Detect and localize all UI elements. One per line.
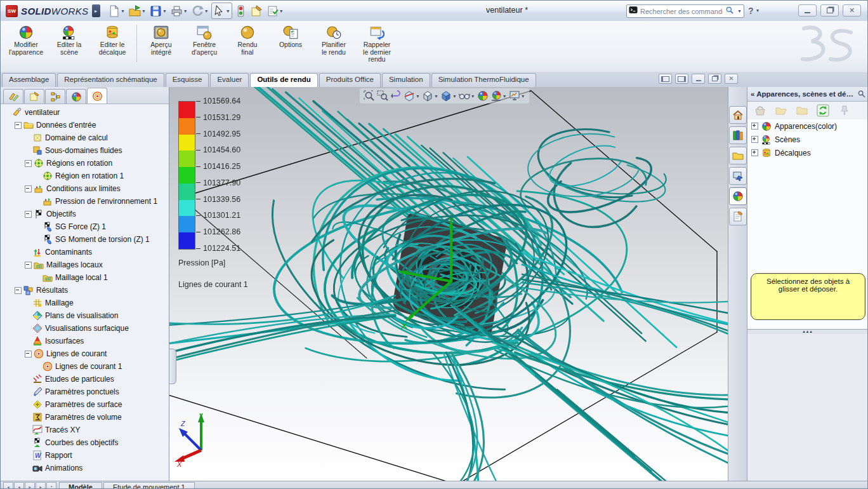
help-button[interactable]: ?▼ [748, 4, 760, 17]
ribbon-button-editerle-dcalque[interactable]: Editer le décalque [91, 23, 134, 56]
motion-nav-button[interactable]: ▸ [25, 482, 35, 489]
collapse-expander-icon[interactable] [15, 122, 22, 129]
tree-item-r-gion-en-rotation-1[interactable]: Région en rotation 1 [1, 170, 169, 182]
ribbon-button-rappeler-ledernier-rendu[interactable]: Rappeler le dernier rendu [355, 23, 398, 64]
tree-item-animations[interactable]: Animations [1, 462, 169, 474]
tree-item-lignes-de-courant[interactable]: Lignes de courant [1, 347, 169, 360]
tree-item-sg-force-z-1[interactable]: SG Force (Z) 1 [1, 220, 169, 233]
hud-apply-scene-button[interactable]: ▼ [490, 90, 507, 102]
task-pane-header[interactable]: « Apparences, scènes et dé… [747, 87, 868, 102]
tree-item-r-sultats[interactable]: Résultats [1, 284, 169, 297]
manager-tab-propertymanager[interactable] [24, 89, 44, 104]
minimize-button[interactable] [798, 4, 817, 17]
dropdown-caret-icon[interactable]: ▼ [434, 94, 438, 98]
hud-hide-show-items-button[interactable]: ▼ [459, 90, 475, 102]
tree-item-ventilateur[interactable]: ventilateur [1, 106, 169, 119]
motion-nav-button[interactable]: ◂ [3, 482, 13, 489]
taskpane-item-apparences-color-[interactable]: Apparences(color) [747, 119, 868, 133]
dropdown-caret-icon[interactable]: ▼ [503, 94, 507, 98]
tree-item-domaine-de-calcul[interactable]: Domaine de calcul [1, 131, 169, 144]
pane-right-button[interactable] [675, 74, 688, 84]
doc-close-button[interactable]: ✕ [725, 74, 738, 84]
ribbon-button-aperu-intgr[interactable]: Aperçu intégré [140, 23, 183, 56]
task-strip-design-library-button[interactable] [729, 147, 747, 164]
tree-item-conditions-aux-limites[interactable]: Conditions aux limites [1, 182, 169, 195]
tree-item-donn-es-d-entr-e[interactable]: Données d'entrée [1, 119, 169, 131]
tree-item-rapport[interactable]: WRapport [1, 449, 169, 462]
tab-evaluer[interactable]: Evaluer [210, 73, 249, 87]
tree-item-r-gions-en-rotation[interactable]: Régions en rotation [1, 157, 169, 170]
tree-item-param-tres-de-volume[interactable]: Paramètres de volume [1, 411, 169, 424]
bottom-tab-mod-le[interactable]: Modèle [59, 482, 102, 489]
tab-esquisse[interactable]: Esquisse [166, 73, 209, 87]
task-strip-appearances-scenes-button[interactable] [729, 187, 747, 205]
motion-nav-button[interactable]: ▸ [36, 482, 46, 489]
collapse-expander-icon[interactable] [25, 211, 32, 218]
dropdown-caret-icon[interactable]: ▼ [471, 94, 475, 98]
hud-zoom-area-button[interactable] [377, 90, 388, 102]
tree-item-isosurfaces[interactable]: Isosurfaces [1, 335, 169, 347]
expand-plus-icon[interactable] [751, 136, 758, 143]
taskpane-refresh-button[interactable] [817, 104, 829, 117]
tree-item-param-tres-de-surface[interactable]: Paramètres de surface [1, 398, 169, 411]
manager-tab-flow-simulation[interactable] [87, 88, 107, 104]
dropdown-caret-icon[interactable]: ▼ [452, 94, 457, 98]
tree-item-sous-domaines-fluides[interactable]: Sous-domaines fluides [1, 144, 169, 157]
new-document-button[interactable]: ▼ [107, 3, 126, 18]
tree-item-lignes-de-courant-1[interactable]: Lignes de courant 1 [1, 360, 169, 373]
tree-item-maillage-local-1[interactable]: Maillage local 1 [1, 271, 169, 284]
task-strip-custom-properties-button[interactable] [729, 208, 747, 225]
task-strip-home-button[interactable] [729, 106, 747, 124]
tab-simulation-thermofluidique[interactable]: Simulation ThermoFluidique [431, 73, 536, 87]
collapse-expander-icon[interactable] [15, 287, 22, 294]
collapse-expander-icon[interactable] [25, 160, 32, 167]
search-icon[interactable] [725, 6, 734, 17]
task-strip-solidworks-resources-button[interactable] [729, 126, 747, 144]
search-caret-icon[interactable]: ▼ [737, 9, 742, 13]
ribbon-button-fentre-daperu[interactable]: Fenêtre d'aperçu [183, 23, 226, 56]
tree-item-maillages-locaux[interactable]: Maillages locaux [1, 258, 169, 271]
tab-simulation[interactable]: Simulation [382, 73, 430, 87]
tree-item-maillage[interactable]: Maillage [1, 297, 169, 309]
ribbon-button-planifier-lerendu[interactable]: Planifier le rendu [312, 23, 355, 56]
dropdown-caret-icon[interactable]: ▼ [141, 9, 146, 13]
tree-item-trac-s-xy[interactable]: Tracés XY [1, 424, 169, 436]
pin-icon[interactable] [857, 90, 865, 99]
close-button[interactable]: ✕ [843, 4, 861, 17]
command-search[interactable]: Rechercher des commandes ▼ [626, 4, 744, 18]
pane-left-button[interactable] [659, 74, 672, 84]
ribbon-button-options[interactable]: Options [269, 23, 312, 49]
expand-plus-icon[interactable] [751, 123, 758, 130]
motion-nav-button[interactable]: ▪ [46, 482, 56, 489]
tree-item-etudes-de-particules[interactable]: Etudes de particules [1, 373, 169, 385]
manager-tab-configurationmanager[interactable] [45, 89, 65, 104]
tree-item-plans-de-visualisation[interactable]: Plans de visualisation [1, 309, 169, 322]
hud-display-style-button[interactable]: ▼ [440, 90, 457, 102]
taskpane-item-sc-nes[interactable]: Scènes [747, 133, 868, 146]
menu-expand-arrow[interactable]: ▸ [92, 4, 100, 17]
tab-assemblage[interactable]: Assemblage [2, 73, 56, 87]
hud-zoom-fit-button[interactable] [364, 90, 375, 102]
doc-restore-button[interactable] [708, 74, 721, 84]
hud-section-view-button[interactable]: ▼ [404, 90, 420, 102]
doc-minimize-button[interactable] [692, 74, 705, 84]
tree-item-objectifs[interactable]: Objectifs [1, 208, 169, 220]
collapse-expander-icon[interactable] [25, 185, 32, 192]
tree-item-pression-de-l-environnement-1[interactable]: Pression de l'environnement 1 [1, 195, 169, 208]
hud-previous-view-button[interactable] [390, 90, 402, 102]
dropdown-caret-icon[interactable]: ▼ [521, 94, 525, 98]
hud-view-orientation-button[interactable]: ▼ [422, 90, 438, 102]
tree-item-visualisations-surfacique[interactable]: Visualisations surfacique [1, 322, 169, 335]
task-strip-file-explorer-button[interactable] [729, 167, 747, 185]
taskpane-item-d-calques[interactable]: Décalques [747, 146, 868, 159]
manager-tab-displaymanager[interactable] [66, 89, 86, 104]
dropdown-caret-icon[interactable]: ▼ [121, 9, 125, 13]
tree-item-sg-moment-de-torsion-z-1[interactable]: SG Moment de torsion (Z) 1 [1, 233, 169, 246]
tab-repr-sentation-sch-matique[interactable]: Représentation schématique [57, 73, 164, 87]
tree-item-contaminants[interactable]: Contaminants [1, 246, 169, 258]
restore-button[interactable] [820, 4, 839, 17]
collapse-expander-icon[interactable] [25, 351, 32, 358]
panel-collapse-handle[interactable] [169, 349, 176, 384]
tree-item-param-tres-ponctuels[interactable]: Paramètres ponctuels [1, 385, 169, 398]
expand-plus-icon[interactable] [751, 149, 758, 156]
